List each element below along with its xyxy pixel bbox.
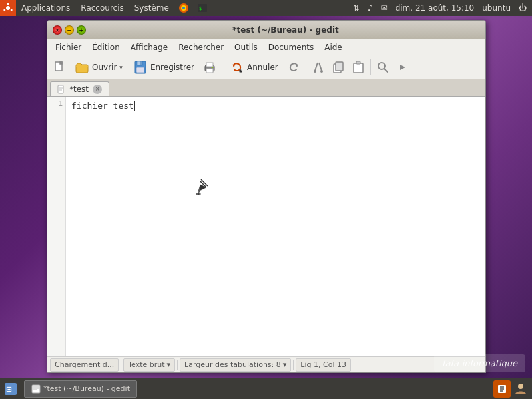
taskbar-applications[interactable]: Applications [16,0,75,16]
svg-point-27 [320,70,323,73]
menu-affichage[interactable]: Affichage [125,41,173,53]
taskbar-envelope-icon[interactable]: ✉ [378,3,390,13]
taskbar-firefox-icon[interactable] [174,0,193,16]
taskbar-user[interactable]: ubuntu [479,3,513,13]
taskbar-left: Applications Raccourcis Système $_ [0,0,212,16]
tab-close-button[interactable]: × [93,85,102,94]
watermark: fafa-informatique [434,354,525,372]
svg-line-33 [384,69,388,72]
taskbar-bottom-left: ⊞ [0,381,21,397]
taskbar-datetime[interactable]: dim. 21 août, 15:10 [393,3,477,13]
text-cursor [134,101,135,111]
status-encoding[interactable]: Chargement d... [50,358,119,372]
svg-rect-31 [356,61,360,64]
menu-aide[interactable]: Aide [319,41,348,53]
taskbar-right: ⇅ ♪ ✉ dim. 21 août, 15:10 ubuntu ⏻ [350,3,532,13]
position-label: Lig 1, Col 13 [300,360,346,369]
svg-point-4 [3,9,5,11]
mode-dropdown-icon: ▾ [167,360,171,369]
taskbar-power-icon[interactable]: ⏻ [516,3,529,13]
svg-rect-29 [336,62,343,71]
svg-marker-34 [400,65,405,70]
taskbar-systeme[interactable]: Système [129,0,174,16]
taskbar-raccourcis[interactable]: Raccourcis [75,0,129,16]
status-sep-2 [177,360,178,370]
svg-rect-15 [136,67,144,73]
tab-bar: *test × [47,79,485,97]
toolbar-cut-button[interactable] [309,58,328,77]
bottom-taskbar: ⊞ *test (~/Bureau) - gedit [0,378,532,399]
window-maximize-button[interactable]: + [77,25,86,35]
window-controls: × − + [53,25,86,35]
menu-edition[interactable]: Édition [87,41,125,53]
editor-area[interactable]: 1 fichier test [47,97,485,356]
svg-text:⊞: ⊞ [6,385,12,394]
svg-point-26 [314,70,316,73]
svg-rect-35 [58,85,63,93]
taskbar-window-label: *test (~/Bureau) - gedit [43,384,130,393]
open-label: Ouvrir [92,63,117,72]
taskbar-window-button[interactable]: *test (~/Bureau) - gedit [24,380,137,398]
svg-point-3 [11,9,13,11]
toolbar-save-button[interactable]: Enregistrer [129,57,199,77]
taskbar-bottom-right [493,380,532,398]
taskbar-arrows-icon[interactable]: ⇅ [350,3,362,13]
toolbar-redo-button[interactable] [284,58,303,77]
tab-test[interactable]: *test × [50,81,109,96]
open-folder-icon [75,60,89,75]
window-titlebar: × − + *test (~/Bureau) - gedit [47,21,485,39]
toolbar-separator-3 [370,59,371,75]
menu-fichier[interactable]: Fichier [50,41,87,53]
line-numbers: 1 [47,97,66,356]
status-sep-3 [293,360,294,370]
menu-documents[interactable]: Documents [263,41,319,53]
svg-text:$_: $_ [199,6,205,11]
toolbar-more-button[interactable] [394,58,412,77]
pencil-cursor-icon [196,177,212,199]
svg-point-2 [7,3,9,5]
toolbar-separator-1 [222,59,222,75]
undo-icon [230,60,244,75]
encoding-label: Chargement d... [55,360,114,369]
svg-point-7 [182,7,185,9]
window-minimize-button[interactable]: − [65,25,74,35]
editor-line-1: fichier test [71,99,480,113]
ubuntu-logo-icon[interactable] [0,0,16,16]
taskbar-filemanager-icon[interactable]: ⊞ [3,381,19,397]
taskbar-volume-icon[interactable]: ♪ [365,3,376,13]
menu-rechercher[interactable]: Rechercher [173,41,229,53]
status-sep-1 [121,360,121,370]
top-taskbar: Applications Raccourcis Système $_ ⇅ ♪ ✉ [0,0,532,16]
status-tab-width[interactable]: Largeur des tabulations: 8 ▾ [180,358,291,372]
notification-icon[interactable] [493,380,511,398]
toolbar-print-button[interactable] [200,58,219,77]
window-title: *test (~/Bureau) - gedit [91,25,480,35]
svg-rect-18 [206,63,213,67]
save-icon [133,60,148,75]
toolbar-undo-button[interactable]: Annuler [225,57,283,77]
tab-dropdown-icon: ▾ [283,360,287,369]
window-close-button[interactable]: × [53,25,62,35]
svg-point-1 [6,6,10,10]
menu-bar: Fichier Édition Affichage Rechercher Out… [47,39,485,55]
taskbar-terminal-icon[interactable]: $_ [193,0,212,16]
gedit-window: × − + *test (~/Bureau) - gedit Fichier É… [47,20,486,373]
status-mode[interactable]: Texte brut ▾ [123,358,175,372]
status-bar: Chargement d... Texte brut ▾ Largeur des… [47,356,485,372]
toolbar-new-button[interactable] [50,58,69,77]
toolbar-open-button[interactable]: Ouvrir ▾ [70,57,127,77]
undo-label: Annuler [247,63,278,72]
taskbar-user-icon[interactable] [512,380,529,398]
svg-line-25 [319,63,322,71]
toolbar-search-button[interactable] [374,58,392,77]
svg-rect-30 [354,63,363,73]
menu-outils[interactable]: Outils [229,41,263,53]
editor-content[interactable]: fichier test [66,97,485,356]
tab-label: *test [69,85,89,94]
toolbar-copy-button[interactable] [329,58,348,77]
save-label: Enregistrer [150,63,194,72]
status-position[interactable]: Lig 1, Col 13 [296,358,351,372]
toolbar-paste-button[interactable] [349,58,368,77]
toolbar-separator-2 [306,59,306,75]
svg-line-24 [315,63,318,71]
